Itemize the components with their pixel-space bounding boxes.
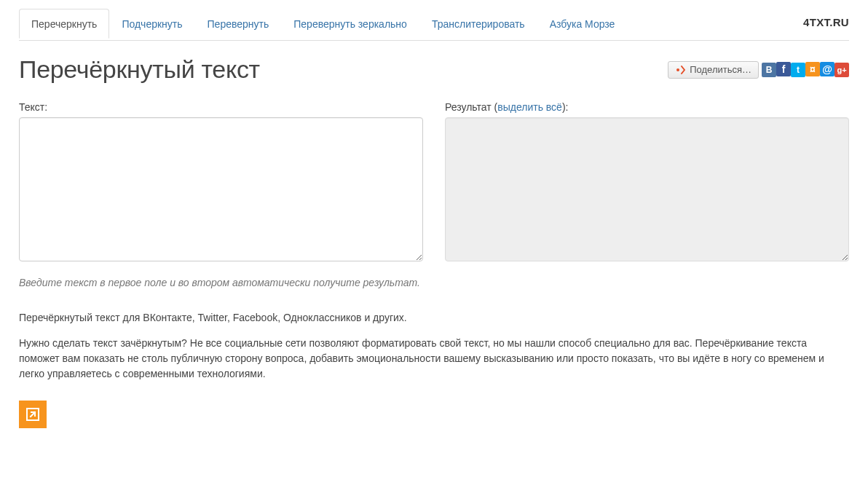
share-tw-icon[interactable]: t [791, 63, 805, 77]
share-fb-icon[interactable]: f [776, 62, 791, 76]
result-label: Результат (выделить всё): [445, 101, 849, 113]
share-button-label: Поделиться… [690, 64, 751, 75]
select-all-link[interactable]: выделить всё [497, 101, 562, 113]
page-title: Перечёркнутый текст [19, 55, 260, 84]
share-box: Поделиться… Bft¤@g+ [668, 61, 849, 79]
tab-bar: ПеречеркнутьПодчеркнутьПеревернутьПереве… [19, 9, 849, 41]
input-label: Текст: [19, 101, 423, 113]
body-paragraph: Перечёркнутый текст для ВКонтакте, Twitt… [19, 310, 849, 326]
input-textarea[interactable] [19, 117, 423, 261]
body-paragraph: Нужно сделать текст зачёркнутым? Не все … [19, 336, 849, 382]
share-mr-icon[interactable]: @ [820, 62, 835, 76]
tab-strike[interactable]: Перечеркнуть [19, 9, 109, 39]
tab-translit[interactable]: Транслитерировать [419, 9, 537, 38]
share-icon [675, 65, 685, 75]
site-brand: 4TXT.RU [803, 16, 849, 28]
share-ok-icon[interactable]: ¤ [805, 62, 820, 76]
tab-mirror[interactable]: Перевернуть зеркально [281, 9, 419, 38]
counter-badge[interactable] [19, 401, 47, 428]
tab-underline[interactable]: Подчеркнуть [109, 9, 194, 38]
tab-morse[interactable]: Азбука Морзе [537, 9, 628, 38]
share-gp-icon[interactable]: g+ [835, 63, 849, 77]
share-button[interactable]: Поделиться… [668, 61, 759, 79]
share-vk-icon[interactable]: B [762, 63, 776, 77]
svg-point-0 [676, 68, 679, 71]
result-textarea[interactable] [445, 117, 849, 261]
tab-flip[interactable]: Перевернуть [195, 9, 282, 38]
hint-text: Введите текст в первое поле и во втором … [19, 277, 849, 288]
result-label-prefix: Результат ( [445, 101, 497, 113]
result-label-suffix: ): [562, 101, 569, 113]
